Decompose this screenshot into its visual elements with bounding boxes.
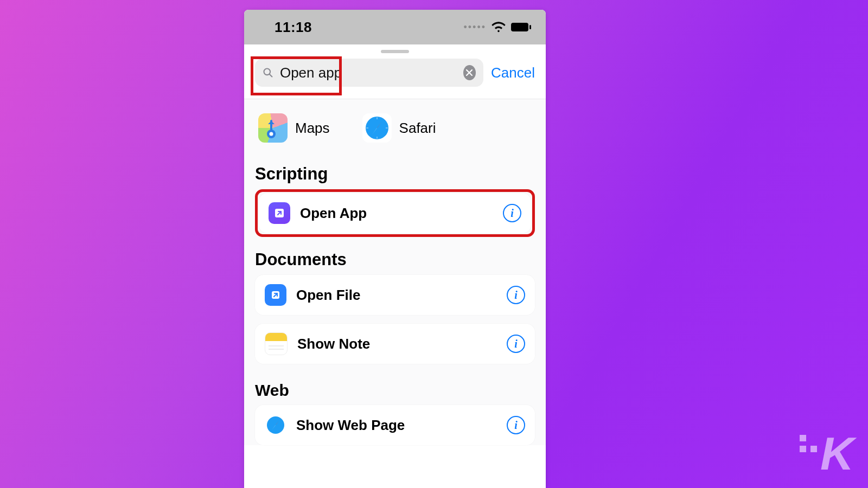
app-safari[interactable]: Safari	[362, 113, 436, 143]
svg-rect-0	[511, 23, 528, 31]
safari-icon	[362, 113, 392, 143]
action-show-note[interactable]: Show Note i	[255, 324, 535, 364]
results-content: Maps Safari Scripting	[244, 99, 546, 445]
status-icons: •••••	[463, 22, 532, 33]
card-show-web-page: Show Web Page i	[255, 405, 535, 445]
section-web: Web Show Web Page i	[255, 373, 535, 445]
svg-rect-1	[529, 25, 531, 29]
background: 11:18 ••••• Cancel	[0, 0, 868, 488]
action-open-app[interactable]: Open App i	[259, 193, 531, 233]
phone-frame: 11:18 ••••• Cancel	[244, 10, 546, 488]
close-icon	[466, 69, 473, 76]
action-open-file-label: Open File	[296, 287, 497, 304]
card-show-note: Show Note i	[255, 324, 535, 364]
app-maps-label: Maps	[295, 120, 330, 137]
svg-point-5	[270, 132, 273, 136]
info-button-show-note[interactable]: i	[507, 335, 525, 353]
info-button-open-file[interactable]: i	[507, 286, 525, 304]
safari-small-icon	[265, 414, 286, 436]
watermark-dots-icon	[800, 435, 817, 452]
open-app-icon	[269, 202, 290, 224]
info-button-open-app[interactable]: i	[503, 204, 521, 222]
card-open-file: Open File i	[255, 275, 535, 315]
action-show-note-label: Show Note	[297, 336, 497, 352]
search-sheet: Cancel Maps	[244, 44, 546, 445]
app-maps[interactable]: Maps	[258, 113, 330, 143]
status-time: 11:18	[275, 19, 312, 36]
cancel-button[interactable]: Cancel	[491, 65, 535, 81]
open-file-icon	[265, 284, 286, 306]
svg-line-3	[270, 74, 272, 77]
section-documents-title: Documents	[255, 250, 535, 269]
search-box[interactable]	[255, 59, 483, 87]
watermark-letter: K	[820, 427, 852, 480]
action-open-app-label: Open App	[300, 205, 493, 222]
wifi-icon	[492, 22, 506, 33]
cellular-dots-icon: •••••	[463, 22, 486, 33]
search-row: Cancel	[244, 44, 546, 99]
app-safari-label: Safari	[399, 120, 436, 137]
clear-search-button[interactable]	[463, 65, 476, 80]
search-input[interactable]	[279, 64, 458, 82]
card-open-app: Open App i	[259, 193, 531, 233]
apps-row: Maps Safari	[255, 99, 535, 158]
annotation-highlight-open-app: Open App i	[255, 189, 535, 237]
section-documents: Documents Open File i	[255, 237, 535, 364]
search-icon	[263, 66, 273, 79]
maps-icon	[258, 113, 288, 143]
action-show-web-page[interactable]: Show Web Page i	[255, 405, 535, 445]
action-show-web-page-label: Show Web Page	[296, 417, 497, 434]
battery-icon	[511, 22, 532, 32]
section-scripting-title: Scripting	[255, 164, 535, 184]
section-web-title: Web	[255, 381, 535, 400]
info-button-show-web-page[interactable]: i	[507, 416, 525, 434]
section-scripting: Scripting Open App i	[255, 158, 535, 237]
notes-icon	[265, 332, 288, 355]
watermark: K	[800, 427, 852, 480]
action-open-file[interactable]: Open File i	[255, 275, 535, 315]
status-bar: 11:18 •••••	[244, 10, 546, 44]
